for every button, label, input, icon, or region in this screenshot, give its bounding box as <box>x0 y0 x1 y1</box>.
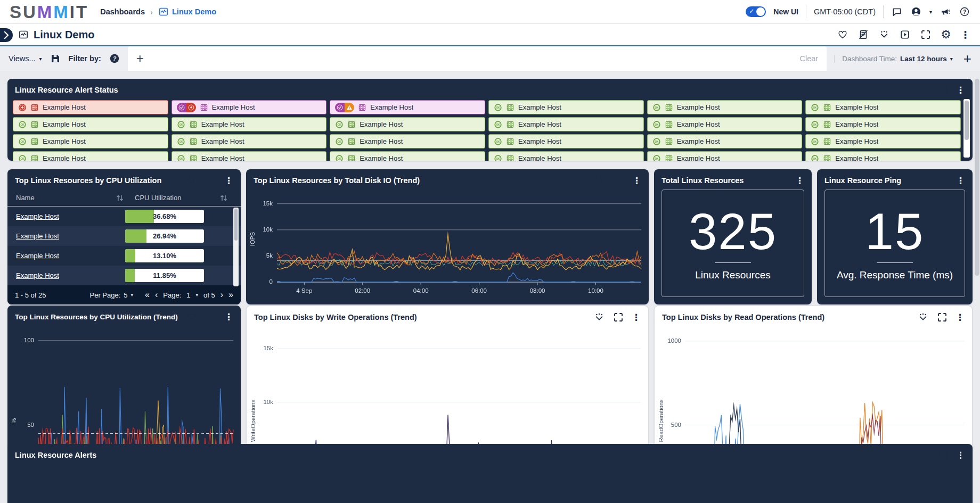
expand-sidebar-button[interactable] <box>0 28 13 42</box>
announcements-icon[interactable] <box>940 6 951 18</box>
alert-status-cell-check_warning[interactable]: Example Host <box>330 100 485 114</box>
alert-cell-label: Example Host <box>201 154 244 161</box>
next-page-button[interactable]: › <box>220 291 223 299</box>
kebab-menu-icon[interactable]: ⋮ <box>956 176 965 185</box>
kebab-menu-icon[interactable]: ⋮ <box>956 86 965 95</box>
share-vdots-icon[interactable] <box>594 175 606 186</box>
filter-input[interactable]: + Clear <box>128 46 827 71</box>
fullscreen-icon[interactable] <box>776 175 788 186</box>
user-avatar-icon[interactable] <box>910 6 922 18</box>
panel-cpu-table: Top Linux Resources by CPU Utilization ⋮… <box>7 169 241 304</box>
share-vdots-icon[interactable] <box>186 311 198 323</box>
clear-filters-button[interactable]: Clear <box>800 54 819 63</box>
alert-cell-label: Example Host <box>677 154 720 161</box>
host-link[interactable]: Example Host <box>16 212 125 220</box>
alert-status-cell-ok[interactable]: OKExample Host <box>172 134 327 149</box>
alert-status-cell-ok[interactable]: OKExample Host <box>330 117 485 131</box>
alert-status-cell-ok[interactable]: OKExample Host <box>13 117 168 131</box>
kebab-menu-icon[interactable]: ⋮ <box>632 313 641 322</box>
page-dropdown[interactable]: 1 <box>186 291 190 299</box>
alert-status-cell-ok[interactable]: OKExample Host <box>647 151 803 161</box>
kebab-menu-icon[interactable]: ⋮ <box>956 313 965 322</box>
alert-status-cell-ok[interactable]: OKExample Host <box>647 117 803 131</box>
alert-status-cell-ok[interactable]: OKExample Host <box>13 151 168 161</box>
alert-cell-label: Example Host <box>835 154 878 161</box>
fullscreen-icon[interactable] <box>613 175 625 186</box>
new-ui-toggle[interactable]: ✓ <box>746 6 766 17</box>
filter-help-icon[interactable]: ? <box>109 53 120 64</box>
add-widget-button[interactable]: + <box>963 51 971 67</box>
alert-status-cell-ok[interactable]: OKExample Host <box>488 100 644 114</box>
alert-status-cell-ok[interactable]: OKExample Host <box>805 151 961 161</box>
kebab-menu-icon[interactable]: ⋮ <box>956 451 965 460</box>
alert-status-cell-ok[interactable]: OKExample Host <box>172 117 327 131</box>
host-link[interactable]: Example Host <box>16 232 125 240</box>
share-vdots-icon[interactable] <box>593 311 605 323</box>
panel-alert-status: Linux Resource Alert Status ⋮ Example Ho… <box>7 79 973 161</box>
alert-status-cell-ok[interactable]: OKExample Host <box>805 134 961 149</box>
alert-grid-scrollbar[interactable] <box>963 99 970 158</box>
table-row: Example Host26.94% <box>7 226 241 246</box>
help-icon[interactable]: ? <box>959 6 970 18</box>
page-scrollbar[interactable] <box>975 26 979 503</box>
dashboard-time-picker[interactable]: Dashboard Time: Last 12 hours ▾ <box>834 55 953 63</box>
summit-logo[interactable]: SUMMIT <box>10 3 88 21</box>
prev-page-button[interactable]: ‹ <box>155 291 158 299</box>
column-header-name[interactable]: Name <box>16 193 125 203</box>
alert-status-cell-ok[interactable]: OKExample Host <box>805 100 961 114</box>
timezone-label[interactable]: GMT-05:00 (CDT) <box>814 7 876 16</box>
fullscreen-icon[interactable] <box>937 84 949 96</box>
alert-status-cell-ok[interactable]: OKExample Host <box>488 151 644 161</box>
share-vdots-icon[interactable] <box>878 29 890 40</box>
kebab-menu-icon[interactable]: ⋮ <box>224 312 233 321</box>
breadcrumb-dashboards[interactable]: Dashboards <box>100 7 145 16</box>
settings-gear-icon[interactable]: ⚙ <box>941 29 951 40</box>
last-page-button[interactable]: » <box>228 291 233 299</box>
fullscreen-icon[interactable] <box>205 175 217 186</box>
fullscreen-icon[interactable] <box>937 449 949 461</box>
column-header-cpu[interactable]: CPU Utilization <box>125 193 229 203</box>
fullscreen-icon[interactable] <box>612 311 624 323</box>
alert-status-cell-ok[interactable]: OKExample Host <box>330 151 485 161</box>
save-view-icon[interactable] <box>50 53 61 64</box>
alert-status-cell-ok[interactable]: OKExample Host <box>488 117 644 131</box>
first-page-button[interactable]: « <box>145 291 150 299</box>
kebab-menu-icon[interactable]: ⋮ <box>224 176 233 185</box>
play-presentation-icon[interactable] <box>899 29 911 40</box>
cpu-utilization-bar: 26.94% <box>125 229 204 243</box>
alert-status-cell-ok[interactable]: OKExample Host <box>172 151 327 161</box>
alert-cell-label: Example Host <box>677 103 720 111</box>
alert-status-cell-ok[interactable]: OKExample Host <box>805 117 961 131</box>
kebab-menu-icon[interactable]: ⋮ <box>795 176 804 185</box>
host-link[interactable]: Example Host <box>16 252 125 260</box>
fullscreen-icon[interactable] <box>936 311 948 323</box>
no-report-icon[interactable] <box>858 29 869 40</box>
views-dropdown[interactable]: Views...▾ <box>9 54 42 63</box>
breadcrumb-current[interactable]: Linux Demo <box>158 6 216 17</box>
fullscreen-icon[interactable] <box>205 311 217 323</box>
share-vdots-icon[interactable] <box>917 311 929 323</box>
svg-text:?: ? <box>112 55 116 62</box>
alert-status-cell-check_critical[interactable]: Example Host <box>172 100 327 114</box>
kebab-menu-icon[interactable]: ⋮ <box>960 30 970 40</box>
alert-status-cell-ok[interactable]: OKExample Host <box>647 134 803 149</box>
favorite-heart-icon[interactable] <box>837 29 848 40</box>
fullscreen-icon[interactable] <box>937 175 949 186</box>
alert-status-cell-ok[interactable]: OKExample Host <box>13 134 168 149</box>
page-of-label: of 5 <box>203 291 215 299</box>
search-icon[interactable] <box>186 175 198 186</box>
alert-status-cell-ok[interactable]: OKExample Host <box>488 134 644 149</box>
dashboard-time-value: Last 12 hours <box>900 55 947 63</box>
alert-status-cell-critical[interactable]: Example Host <box>13 100 168 114</box>
host-link[interactable]: Example Host <box>16 271 125 279</box>
chat-icon[interactable] <box>891 6 903 18</box>
panel-total-resources: Total Linux Resources ⋮ 325 Linux Resour… <box>654 169 812 304</box>
per-page-dropdown[interactable]: Per Page: 5 ▾ <box>90 291 134 299</box>
kebab-menu-icon[interactable]: ⋮ <box>632 176 641 185</box>
user-menu-caret-icon[interactable]: ▾ <box>929 9 932 15</box>
alert-status-cell-ok[interactable]: OKExample Host <box>647 100 803 114</box>
fullscreen-icon[interactable] <box>920 29 932 40</box>
add-filter-icon[interactable]: + <box>136 51 144 66</box>
table-scrollbar[interactable] <box>233 208 239 286</box>
alert-status-cell-ok[interactable]: OKExample Host <box>330 134 485 149</box>
